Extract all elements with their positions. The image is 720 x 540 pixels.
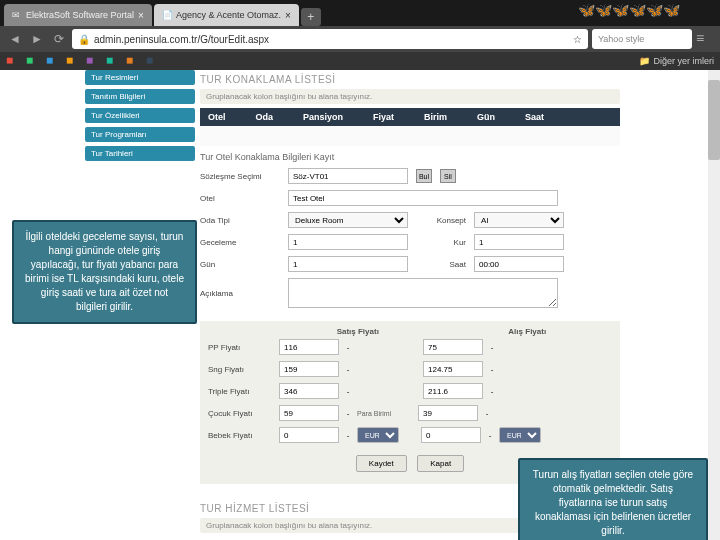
url-row: ◄ ► ⟳ 🔒 admin.peninsula.com.tr/G/tourEdi… <box>0 26 720 52</box>
tab-agency[interactable]: 📄 Agency & Acente Otomaz. × <box>154 4 299 26</box>
bookmark-icon[interactable]: ◼ <box>26 55 38 67</box>
currency-label: Para Birimi <box>357 410 412 417</box>
desc-textarea[interactable] <box>288 278 558 308</box>
bookmark-icon[interactable]: ◼ <box>86 55 98 67</box>
folder-icon: 📁 <box>639 56 650 66</box>
new-tab-button[interactable]: + <box>301 8 321 26</box>
child-sale[interactable] <box>279 405 339 421</box>
pp-label: PP Fiyatı <box>208 343 273 352</box>
tab-label: ElektraSoft Software Portal <box>26 10 134 20</box>
bookmark-icon[interactable]: ◼ <box>146 55 158 67</box>
col-fiyat[interactable]: Fiyat <box>373 112 394 122</box>
url-bar[interactable]: 🔒 admin.peninsula.com.tr/G/tourEdit.aspx… <box>72 29 588 49</box>
scroll-thumb[interactable] <box>708 80 720 160</box>
scrollbar[interactable] <box>708 70 720 540</box>
sidebar-item-tarihler[interactable]: Tur Tarihleri <box>85 146 195 161</box>
col-saat[interactable]: Saat <box>525 112 544 122</box>
search-placeholder: Yahoo style <box>598 34 644 44</box>
bookmark-icon[interactable]: ◼ <box>6 55 18 67</box>
concept-select[interactable]: AI <box>474 212 564 228</box>
price-row-sng: Sng Fiyatı - - <box>208 358 612 380</box>
menu-icon[interactable]: ≡ <box>696 30 714 48</box>
sng-buy[interactable] <box>423 361 483 377</box>
child-label: Çocuk Fiyatı <box>208 409 273 418</box>
sidebar-item-tanitim[interactable]: Tanıtım Bilgileri <box>85 89 195 104</box>
page-viewport: Tur Resimleri Tanıtım Bilgileri Tur Özel… <box>0 70 720 540</box>
form-row-room: Oda Tipi Deluxe Room Konsept AI <box>200 209 620 231</box>
form-row-day: Gün Saat <box>200 253 620 275</box>
bookmark-icon[interactable]: ◼ <box>66 55 78 67</box>
triple-sale[interactable] <box>279 383 339 399</box>
form-row-hotel: Otel <box>200 187 620 209</box>
table-header: Otel Oda Pansiyon Fiyat Birim Gün Saat <box>200 108 620 126</box>
day-label: Gün <box>200 260 280 269</box>
buy-currency-select[interactable]: EUR <box>499 427 541 443</box>
bookmark-icon[interactable]: ◼ <box>46 55 58 67</box>
room-select[interactable]: Deluxe Room <box>288 212 408 228</box>
bookmarks-folder[interactable]: 📁 Diğer yer imleri <box>639 56 714 66</box>
tab-elektrasoft[interactable]: ✉ ElektraSoft Software Portal × <box>4 4 152 26</box>
annotation-callout-1: İlgili oteldeki geceleme sayısı, turun h… <box>12 220 197 324</box>
sidebar-item-ozellikler[interactable]: Tur Özellikleri <box>85 108 195 123</box>
reload-button[interactable]: ⟳ <box>50 30 68 48</box>
col-pansiyon[interactable]: Pansiyon <box>303 112 343 122</box>
hour-input[interactable] <box>474 256 564 272</box>
form-row-contract: Sözleşme Seçimi Bul Sil <box>200 165 620 187</box>
search-box[interactable]: Yahoo style <box>592 29 692 49</box>
rate-input[interactable] <box>474 234 564 250</box>
desc-label: Açıklama <box>200 289 280 298</box>
hotel-label: Otel <box>200 194 280 203</box>
concept-label: Konsept <box>416 216 466 225</box>
bookmark-icon[interactable]: ◼ <box>126 55 138 67</box>
pp-sale[interactable] <box>279 339 339 355</box>
baby-buy[interactable] <box>421 427 481 443</box>
folder-label: Diğer yer imleri <box>653 56 714 66</box>
night-label: Geceleme <box>200 238 280 247</box>
sng-sale[interactable] <box>279 361 339 377</box>
close-icon[interactable]: × <box>138 10 144 21</box>
hour-label: Saat <box>416 260 466 269</box>
forward-button[interactable]: ► <box>28 30 46 48</box>
bookmark-icon[interactable]: ◼ <box>106 55 118 67</box>
col-oda[interactable]: Oda <box>256 112 274 122</box>
baby-label: Bebek Fiyatı <box>208 431 273 440</box>
night-input[interactable] <box>288 234 408 250</box>
close-icon[interactable]: × <box>285 10 291 21</box>
clear-button[interactable]: Sil <box>440 169 456 183</box>
find-button[interactable]: Bul <box>416 169 432 183</box>
sidebar: Tur Resimleri Tanıtım Bilgileri Tur Özel… <box>85 70 195 165</box>
star-icon[interactable]: ☆ <box>573 34 582 45</box>
sidebar-item-resimler[interactable]: Tur Resimleri <box>85 70 195 85</box>
sidebar-item-programlar[interactable]: Tur Programları <box>85 127 195 142</box>
col-otel[interactable]: Otel <box>208 112 226 122</box>
hotel-input[interactable] <box>288 190 558 206</box>
bookmarks-bar: ◼ ◼ ◼ ◼ ◼ ◼ ◼ ◼ 📁 Diğer yer imleri <box>0 52 720 70</box>
back-button[interactable]: ◄ <box>6 30 24 48</box>
form-title: Tur Otel Konaklama Bilgileri Kayıt <box>200 146 620 165</box>
form-row-night: Geceleme Kur <box>200 231 620 253</box>
pp-buy[interactable] <box>423 339 483 355</box>
room-label: Oda Tipi <box>200 216 280 225</box>
triple-buy[interactable] <box>423 383 483 399</box>
sale-currency-select[interactable]: EUR <box>357 427 399 443</box>
col-birim[interactable]: Birim <box>424 112 447 122</box>
price-row-pp: PP Fiyatı - - <box>208 336 612 358</box>
rate-label: Kur <box>416 238 466 247</box>
baby-sale[interactable] <box>279 427 339 443</box>
contract-input[interactable] <box>288 168 408 184</box>
day-input[interactable] <box>288 256 408 272</box>
triple-label: Triple Fiyatı <box>208 387 273 396</box>
close-button[interactable]: Kapat <box>417 455 464 472</box>
sale-header: Satış Fiyatı <box>273 327 443 336</box>
price-header: Satış Fiyatı Alış Fiyatı <box>208 327 612 336</box>
annotation-callout-2: Turun alış fiyatları seçilen otele göre … <box>518 458 708 540</box>
callout-text: Turun alış fiyatları seçilen otele göre … <box>533 469 693 536</box>
child-buy[interactable] <box>418 405 478 421</box>
col-gun[interactable]: Gün <box>477 112 495 122</box>
save-button[interactable]: Kaydet <box>356 455 407 472</box>
page-icon: 🔒 <box>78 34 90 45</box>
price-row-triple: Triple Fiyatı - - <box>208 380 612 402</box>
sng-label: Sng Fiyatı <box>208 365 273 374</box>
browser-chrome: ✉ ElektraSoft Software Portal × 📄 Agency… <box>0 0 720 52</box>
tabs-row: ✉ ElektraSoft Software Portal × 📄 Agency… <box>0 0 720 26</box>
